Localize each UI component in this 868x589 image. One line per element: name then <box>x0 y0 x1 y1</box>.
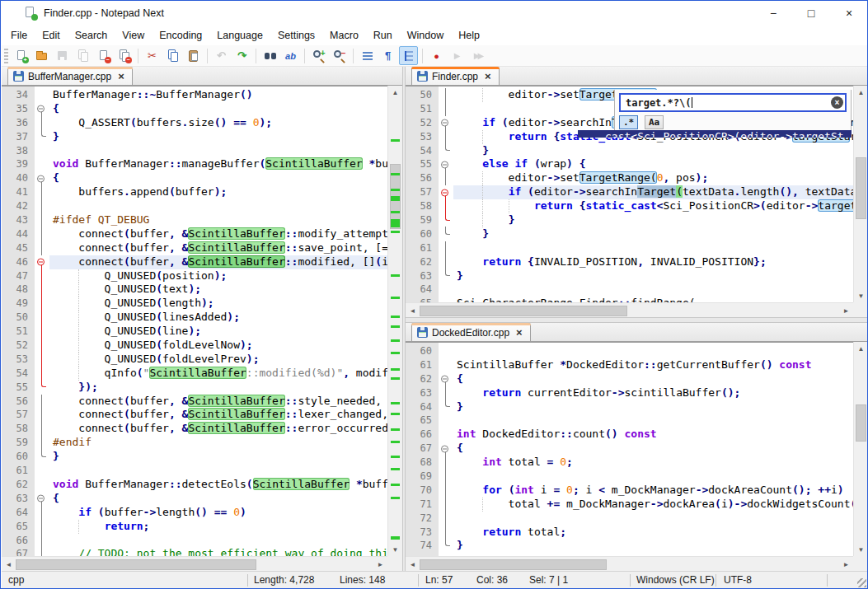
code-line-44[interactable]: 44 connect(buffer, &ScintillaBuffer::mod… <box>2 227 387 241</box>
code-line-47[interactable]: 47 Q_UNUSED(position); <box>2 269 387 283</box>
scroll-up-icon[interactable]: ▲ <box>854 86 868 99</box>
code-line-68[interactable]: 68 int total = 0; <box>406 456 853 470</box>
tab-close-icon[interactable]: × <box>482 70 494 82</box>
code-line-60[interactable]: 60 } <box>406 227 853 241</box>
replace-button[interactable]: ab <box>281 46 300 65</box>
scroll-up-icon[interactable]: ▲ <box>854 342 868 355</box>
code-line-60[interactable]: 60} <box>2 450 387 464</box>
scrollbar-thumb[interactable] <box>420 306 627 316</box>
show-all-characters-button[interactable]: ¶ <box>378 46 397 65</box>
code-line-64[interactable]: 64 <box>406 283 853 297</box>
code-line-37[interactable]: 37} <box>2 130 387 144</box>
scrollbar-vertical-finder[interactable]: ▲ ▼ <box>853 86 868 302</box>
scroll-down-icon[interactable]: ▼ <box>854 543 868 556</box>
menu-macro[interactable]: Macro <box>322 27 366 44</box>
scrollbar-horizontal-finder[interactable]: ◄ ► <box>406 302 853 317</box>
fold-marker-icon[interactable] <box>439 372 453 386</box>
editor-dockededitor[interactable]: 6061ScintillaBuffer *DockedEditor::getCu… <box>406 342 853 556</box>
code-line-49[interactable]: 49 Q_UNUSED(length); <box>2 297 387 311</box>
fold-marker-icon[interactable] <box>439 116 453 130</box>
menu-language[interactable]: Language <box>209 27 270 44</box>
code-line-59[interactable]: 59 } <box>406 213 853 227</box>
title-bar[interactable]: Finder.cpp - Notepad Next −□× <box>2 1 868 26</box>
code-line-53[interactable]: 53 Q_UNUSED(foldLevelPrev); <box>2 353 387 367</box>
code-line-69[interactable]: 69 <box>406 470 853 484</box>
fold-marker-icon[interactable] <box>35 492 49 506</box>
toolbar-grip[interactable] <box>4 49 8 63</box>
fold-marker-icon[interactable] <box>35 255 49 269</box>
code-line-51[interactable]: 51 Q_UNUSED(line); <box>2 325 387 339</box>
code-line-65[interactable]: 65 <box>406 414 853 428</box>
code-line-61[interactable]: 61 <box>2 464 387 478</box>
code-line-56[interactable]: 56 connect(buffer, &ScintillaBuffer::sty… <box>2 395 387 409</box>
status-encoding[interactable]: UTF-8 <box>724 574 752 586</box>
scroll-down-icon[interactable]: ▼ <box>388 543 402 556</box>
menu-view[interactable]: View <box>115 27 152 44</box>
paste-button[interactable] <box>184 46 203 65</box>
cut-button[interactable]: ✂ <box>143 46 162 65</box>
menu-help[interactable]: Help <box>451 27 487 44</box>
fold-marker-icon[interactable] <box>35 102 49 116</box>
save-all-button[interactable] <box>73 46 92 65</box>
close-all-button[interactable]: − <box>115 46 134 65</box>
scroll-down-icon[interactable]: ▼ <box>854 289 868 302</box>
code-line-50[interactable]: 50 Q_UNUSED(linesAdded); <box>2 311 387 325</box>
zoom-in-button[interactable]: + <box>309 46 328 65</box>
code-line-61[interactable]: 61 <box>406 241 853 255</box>
code-line-70[interactable]: 70 for (int i = 0; i < m_DockManager->do… <box>406 484 853 498</box>
code-line-71[interactable]: 71 total += m_DockManager->dockArea(i)->… <box>406 498 853 512</box>
play-macro-button[interactable]: ▶ <box>448 46 467 65</box>
clear-search-icon[interactable]: × <box>831 96 843 109</box>
scrollbar-horizontal-left[interactable]: ◄ ► <box>2 556 387 571</box>
open-file-button[interactable] <box>32 46 51 65</box>
code-line-63[interactable]: 63{ <box>2 492 387 506</box>
menu-window[interactable]: Window <box>400 27 451 44</box>
close-file-button[interactable]: − <box>94 46 113 65</box>
code-line-66[interactable]: 66 <box>2 534 387 548</box>
indentation-guides-button[interactable] <box>399 46 418 65</box>
pane-splitter-horizontal[interactable] <box>406 317 868 323</box>
menu-run[interactable]: Run <box>366 27 400 44</box>
resize-grip[interactable] <box>857 578 866 587</box>
scrollbar-vertical-left[interactable]: ▲ ▼ <box>387 86 402 556</box>
scroll-up-icon[interactable]: ▲ <box>388 86 402 99</box>
close-button[interactable]: × <box>830 1 868 26</box>
menu-encoding[interactable]: Encoding <box>152 27 209 44</box>
code-line-54[interactable]: 54 qInfo("ScintillaBuffer::modified(%d)"… <box>2 367 387 381</box>
redo-button[interactable]: ↷ <box>232 46 251 65</box>
scrollbar-horizontal-dockededitor[interactable]: ◄ ► <box>406 556 853 571</box>
code-line-55[interactable]: 55 }); <box>2 381 387 395</box>
code-line-43[interactable]: 43#ifdef QT_DEBUG <box>2 213 387 227</box>
code-line-35[interactable]: 35{ <box>2 102 387 116</box>
new-file-button[interactable]: + <box>12 46 30 65</box>
code-line-38[interactable]: 38 <box>2 144 387 158</box>
scroll-left-icon[interactable]: ◄ <box>406 558 420 571</box>
code-line-64[interactable]: 64 if (buffer->length() == 0) <box>2 506 387 520</box>
code-line-56[interactable]: 56 editor->setTargetRange(0, pos); <box>406 171 853 185</box>
code-line-57[interactable]: 57 connect(buffer, &ScintillaBuffer::lex… <box>2 408 387 422</box>
code-line-52[interactable]: 52 Q_UNUSED(foldLevelNow); <box>2 339 387 353</box>
scroll-left-icon[interactable]: ◄ <box>2 558 16 571</box>
scrollbar-vertical-dockededitor[interactable]: ▲ ▼ <box>853 342 868 556</box>
code-line-63[interactable]: 63} <box>406 269 853 283</box>
code-line-65[interactable]: 65Sci_CharacterRange Finder::findRange( <box>406 297 853 302</box>
menu-file[interactable]: File <box>3 27 35 44</box>
code-line-41[interactable]: 41 buffers.append(buffer); <box>2 185 387 199</box>
match-case-toggle-button[interactable]: Aa <box>645 115 664 129</box>
code-line-61[interactable]: 61ScintillaBuffer *DockedEditor::getCurr… <box>406 358 853 372</box>
fold-marker-icon[interactable] <box>439 442 453 456</box>
code-line-62[interactable]: 62 return {INVALID_POSITION, INVALID_POS… <box>406 255 853 269</box>
code-line-58[interactable]: 58 connect(buffer, &ScintillaBuffer::err… <box>2 422 387 436</box>
code-line-60[interactable]: 60 <box>406 344 853 358</box>
code-line-67[interactable]: 67 // TODO: not the most efficient way o… <box>2 547 387 556</box>
code-line-74[interactable]: 74} <box>406 539 853 553</box>
maximize-button[interactable]: □ <box>792 1 830 26</box>
run-macro-multiple-button[interactable]: ▶▶ <box>468 46 487 65</box>
code-line-66[interactable]: 66int DockedEditor::count() const <box>406 428 853 442</box>
code-line-48[interactable]: 48 Q_UNUSED(text); <box>2 283 387 297</box>
scrollbar-thumb[interactable] <box>16 559 256 570</box>
fold-marker-icon[interactable] <box>439 185 453 199</box>
scroll-right-icon[interactable]: ► <box>373 558 387 571</box>
menu-settings[interactable]: Settings <box>270 27 322 44</box>
scrollbar-thumb[interactable] <box>856 404 866 442</box>
